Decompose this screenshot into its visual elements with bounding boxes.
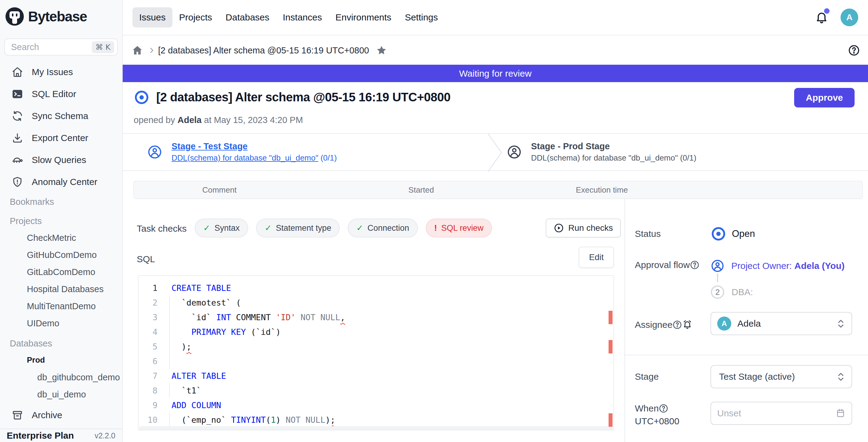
nav-item-issues[interactable]: Issues: [132, 7, 173, 28]
sidebar-project-item[interactable]: GitLabComDemo: [0, 263, 122, 281]
stage-select[interactable]: Test Stage (active): [711, 365, 852, 388]
sidebar-item-label: SQL Editor: [32, 89, 76, 99]
sql-error-marker: [609, 340, 613, 353]
sidebar-item-export-center[interactable]: Export Center: [0, 127, 122, 149]
code-line[interactable]: 10 (`emp_no` TINYINT(1) NOT NULL);: [138, 413, 607, 428]
stage-separator-chevron-icon: [488, 134, 503, 171]
sidebar-project-item[interactable]: GitHubComDemo: [0, 246, 122, 263]
help-icon[interactable]: [848, 44, 860, 57]
chevron-right-icon: [148, 46, 156, 54]
stage-prod-stage[interactable]: Stage - Prod Stage DDL(schema) for datab…: [507, 134, 696, 170]
nav-item-instances[interactable]: Instances: [276, 7, 329, 28]
stage-title[interactable]: Stage - Test Stage: [172, 141, 337, 151]
stage-test-stage[interactable]: Stage - Test Stage DDL(schema) for datab…: [147, 134, 337, 170]
approval-user[interactable]: Adela (You): [795, 261, 844, 271]
run-checks-button[interactable]: Run checks: [546, 219, 621, 238]
sidebar-section-databases[interactable]: Databases: [0, 335, 122, 352]
sidebar-section-projects[interactable]: Projects: [0, 213, 122, 229]
code-line[interactable]: 9ADD COLUMN: [138, 398, 607, 413]
approval-step-1[interactable]: Project Owner: Adela (You): [711, 258, 859, 274]
status-value-row: Open: [712, 226, 859, 242]
code-line[interactable]: 3 `id` INT COMMENT 'ID' NOT NULL,: [138, 310, 607, 325]
nav-item-projects[interactable]: Projects: [173, 7, 219, 28]
nav-item-environments[interactable]: Environments: [329, 7, 398, 28]
star-icon[interactable]: [376, 44, 387, 56]
home-icon: [11, 66, 23, 78]
sidebar-item-sql-editor[interactable]: SQL Editor: [0, 83, 122, 105]
approval-flow-connector: [717, 274, 718, 282]
sidebar-item-my-issues[interactable]: My Issues: [0, 61, 122, 83]
nav-item-databases[interactable]: Databases: [219, 7, 276, 28]
task-checks-label: Task checks: [137, 223, 186, 234]
sidebar-item-slow-queries[interactable]: Slow Queries: [0, 149, 122, 171]
edit-sql-button[interactable]: Edit: [579, 247, 614, 268]
when-datetime-input[interactable]: Unset: [711, 402, 852, 425]
download-icon: [11, 132, 23, 144]
review-status-banner: Waiting for review: [123, 65, 868, 82]
nav-item-settings[interactable]: Settings: [398, 7, 444, 28]
chevron-updown-icon: [836, 318, 845, 329]
code-line[interactable]: 6: [138, 354, 607, 369]
stage-pipeline: Stage - Test Stage DDL(schema) for datab…: [123, 133, 868, 171]
code-line[interactable]: 1CREATE TABLE: [138, 281, 607, 295]
issue-title: [2 databases] Alter schema @05-15 16:19 …: [156, 90, 451, 104]
breadcrumb-home-icon[interactable]: [132, 45, 143, 56]
issue-author[interactable]: Adela: [178, 115, 202, 125]
code-line[interactable]: 5 );: [138, 340, 607, 354]
notification-badge: [824, 8, 830, 14]
subscribe-bell-icon[interactable]: [682, 320, 692, 330]
stage-subtitle[interactable]: DDL(schema) for database "db_ui_demo": [172, 153, 318, 162]
issue-side-panel: Status Open Approval flow Project Owner:…: [624, 199, 868, 442]
sidebar-database-item[interactable]: db_githubcom_demo: [0, 369, 122, 386]
sidebar-item-sync-schema[interactable]: Sync Schema: [0, 105, 122, 127]
check-pill-connection[interactable]: ✓Connection: [348, 219, 417, 238]
question-circle-icon[interactable]: [672, 320, 682, 330]
issue-header: [2 databases] Alter schema @05-15 16:19 …: [123, 82, 868, 133]
search-placeholder: Search: [11, 42, 92, 52]
stage-subtitle[interactable]: DDL(schema) for database "db_ui_demo": [531, 153, 678, 162]
question-circle-icon[interactable]: [659, 404, 669, 413]
sidebar-database-item[interactable]: db_ui_demo: [0, 386, 122, 403]
check-pill-sql-review[interactable]: !SQL review: [426, 219, 492, 238]
sidebar-item-label: Sync Schema: [32, 111, 88, 121]
plan-footer[interactable]: Enterprise Plan v2.2.0: [0, 429, 122, 442]
check-pill-statement-type[interactable]: ✓Statement type: [256, 219, 340, 238]
approval-role: Project Owner:: [731, 261, 795, 271]
approve-button[interactable]: Approve: [794, 88, 855, 107]
issue-meta: opened by Adela at May 15, 2023 4:20 PM: [134, 115, 303, 125]
brand-logo[interactable]: Bytebase: [5, 7, 87, 26]
search-input[interactable]: Search ⌘ K: [4, 38, 118, 56]
sidebar-project-item[interactable]: Hospital Databases: [0, 281, 122, 297]
calendar-icon: [836, 408, 845, 418]
sidebar-section-bookmarks[interactable]: Bookmarks: [0, 193, 122, 210]
question-circle-icon[interactable]: [690, 260, 700, 270]
notifications-bell-icon[interactable]: [815, 11, 828, 24]
check-pill-syntax[interactable]: ✓Syntax: [195, 219, 248, 238]
assignee-select[interactable]: A Adela: [711, 312, 852, 335]
user-avatar[interactable]: A: [840, 8, 858, 26]
breadcrumb: [2 databases] Alter schema @05-15 16:19 …: [123, 36, 868, 65]
sidebar-project-item[interactable]: CheckMetric: [0, 229, 122, 246]
sidebar-item-label: My Issues: [32, 67, 73, 77]
sql-editor[interactable]: 1CREATE TABLE2 `demotest` (3 `id` INT CO…: [138, 275, 614, 431]
code-line[interactable]: 4 PRIMARY KEY (`id`): [138, 325, 607, 340]
sidebar-item-anomaly-center[interactable]: Anomaly Center: [0, 171, 122, 193]
sidebar-projects-list: CheckMetricGitHubComDemoGitLabComDemoHos…: [0, 229, 122, 332]
editor-horizontal-scrollbar[interactable]: [139, 426, 613, 430]
check-icon: ✓: [356, 223, 363, 233]
sidebar-project-item[interactable]: UIDemo: [0, 315, 122, 332]
code-line[interactable]: 8 `t1`: [138, 383, 607, 398]
sidebar-item-archive[interactable]: Archive: [0, 404, 122, 426]
breadcrumb-issue-title[interactable]: [2 databases] Alter schema @05-15 16:19 …: [158, 45, 369, 56]
line-number: 4: [138, 325, 168, 340]
top-navigation: Issues Projects Databases Instances Envi…: [123, 0, 868, 35]
code-line[interactable]: 2 `demotest` (: [138, 295, 607, 310]
line-number: 10: [138, 413, 168, 428]
sidebar: Bytebase Search ⌘ K My Issues SQL Editor…: [0, 0, 123, 442]
code-line[interactable]: 7ALTER TABLE: [138, 369, 607, 383]
approval-role: DBA:: [732, 287, 753, 297]
line-number: 8: [138, 383, 168, 398]
sidebar-project-item[interactable]: MultiTenantDemo: [0, 297, 122, 315]
stage-title[interactable]: Stage - Prod Stage: [531, 141, 696, 151]
play-circle-icon: [554, 223, 564, 233]
